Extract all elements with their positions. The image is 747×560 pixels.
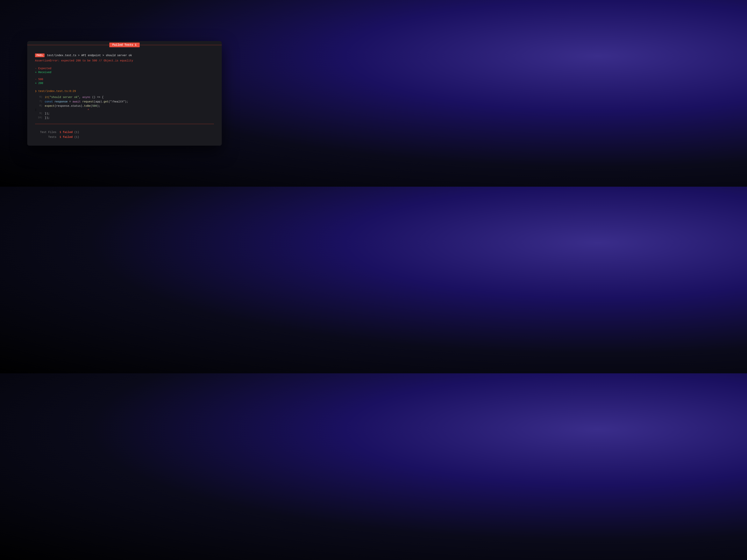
terminal-body: FAIL test/index.test.ts > API endpoint >… [27,49,222,145]
code-block: 6| it("should server ok", async () => { … [35,95,214,120]
assertion-error-text: AssertionError: expected 200 to be 500 /… [35,59,133,62]
caret-indicator: ^ [45,108,89,111]
caret-spacer: | [35,108,45,111]
summary-tests-count: (1) [73,135,79,140]
code-line-6: 6| it("should server ok", async () => { [35,95,214,99]
separator-line [35,124,214,124]
code-line-8: 8| expect(response.status).toBe(500); [35,104,214,108]
code-line-9: 9| }); [35,111,214,116]
diff-section: - Expected + Received [35,67,214,74]
line-number-9: 9| [35,111,45,115]
assertion-error: AssertionError: expected 200 to be 500 /… [35,59,214,62]
summary-files-line: Test Files 1 failed (1) [35,130,214,135]
code-location: ❯ test/index.test.ts:8:29 [35,89,214,93]
summary-files-count: (1) [73,130,79,135]
diff-received-value: + 200 [35,82,214,85]
terminal-header: Failed Tests 1 [27,41,222,49]
summary-section: Test Files 1 failed (1) Tests 1 failed (… [35,128,214,141]
fail-badge: FAIL [35,53,45,57]
summary-tests-line: Tests 1 failed (1) [35,135,214,140]
code-line-7: 7| const response = await request(app).g… [35,100,214,104]
line-content-8: expect(response.status).toBe(500); [45,104,100,108]
code-line-10: 10| }); [35,116,214,120]
diff-expected-value: - 500 [35,78,214,81]
line-content-9: }); [45,111,50,116]
line-content-10: }); [45,116,50,120]
summary-tests-label: Tests [35,135,56,140]
diff-received-label: + Received [35,71,214,74]
fail-line: FAIL test/index.test.ts > API endpoint >… [35,53,214,57]
header-title: Failed Tests 1 [109,43,140,47]
line-content-7: const response = await request(app).get(… [45,100,128,104]
line-number-6: 6| [35,95,45,99]
summary-files-failed: 1 failed [59,130,73,135]
terminal-window: Failed Tests 1 FAIL test/index.test.ts >… [27,41,222,145]
fail-path: test/index.test.ts > API endpoint > shou… [47,54,132,57]
summary-tests-failed: 1 failed [59,135,73,140]
caret-line: | ^ [35,108,214,111]
code-location-path: test/index.test.ts:8:29 [38,90,76,93]
summary-files-label: Test Files [35,130,56,135]
line-number-8: 8| [35,104,45,108]
code-location-prefix: ❯ [35,90,36,93]
diff-expected-label: - Expected [35,67,214,70]
line-number-7: 7| [35,100,45,104]
diff-values: - 500 + 200 [35,78,214,85]
line-number-10: 10| [35,116,45,120]
line-content-6: it("should server ok", async () => { [45,95,104,99]
